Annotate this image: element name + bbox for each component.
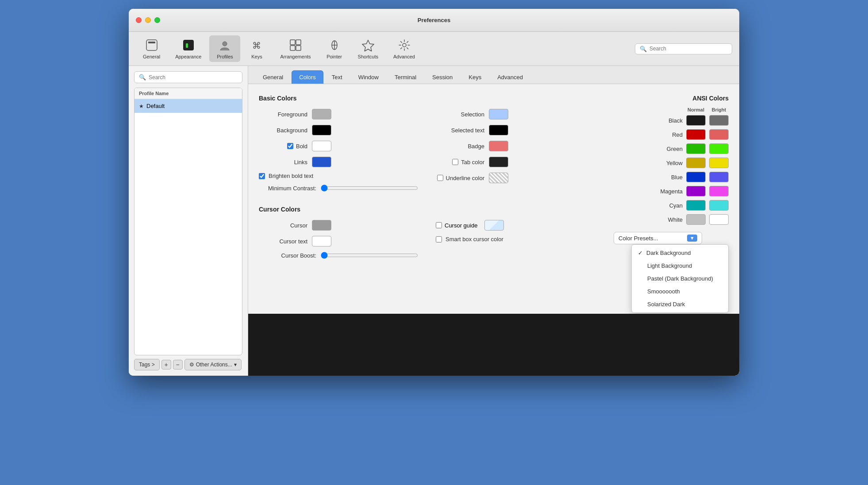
- maximize-button[interactable]: [154, 17, 160, 23]
- cursor-guide-swatch[interactable]: [484, 220, 504, 231]
- preset-dark-bg[interactable]: Dark Background: [632, 246, 728, 259]
- tab-window[interactable]: Window: [351, 70, 386, 84]
- ansi-row-magenta: Magenta: [614, 186, 729, 196]
- brighten-bold-checkbox[interactable]: [259, 173, 265, 179]
- panel-search-icon: 🔍: [139, 74, 146, 81]
- tab-session[interactable]: Session: [425, 70, 460, 84]
- ansi-normal-header: Normal: [686, 107, 706, 112]
- ansi-bright-black[interactable]: [709, 115, 729, 126]
- search-input[interactable]: [649, 46, 727, 52]
- left-colors-column: Basic Colors Foreground Background: [259, 95, 591, 264]
- tags-button[interactable]: Tags >: [134, 359, 160, 370]
- ansi-normal-white[interactable]: [686, 214, 706, 225]
- tabs-bar: General Colors Text Window Terminal Sess…: [248, 66, 739, 84]
- preset-solarized[interactable]: Solarized Dark: [632, 298, 728, 311]
- basic-colors-title: Basic Colors: [259, 95, 591, 102]
- toolbar-item-appearance[interactable]: Appearance: [168, 35, 208, 62]
- links-swatch[interactable]: [312, 157, 331, 167]
- preset-smooooooth[interactable]: Smooooooth: [632, 285, 728, 298]
- ansi-bright-cyan[interactable]: [709, 200, 729, 211]
- bold-swatch[interactable]: [312, 141, 331, 151]
- tab-color-swatch[interactable]: [489, 157, 508, 167]
- cursor-row: Cursor: [259, 220, 418, 231]
- svg-point-14: [403, 43, 406, 47]
- cursor-text-label: Cursor text: [259, 238, 307, 245]
- toolbar-item-keys[interactable]: ⌘ Keys: [241, 35, 272, 62]
- cursor-guide-checkbox[interactable]: [436, 222, 442, 228]
- selected-text-swatch[interactable]: [489, 125, 508, 135]
- shortcuts-icon: [361, 38, 375, 52]
- ansi-bright-blue[interactable]: [709, 172, 729, 182]
- ansi-row-white: White: [614, 214, 729, 225]
- toolbar-item-advanced[interactable]: Advanced: [386, 35, 422, 62]
- tab-general[interactable]: General: [255, 70, 291, 84]
- toolbar-advanced-label: Advanced: [393, 54, 415, 59]
- cursor-text-swatch[interactable]: [312, 236, 331, 246]
- preset-light-bg[interactable]: Light Background: [632, 259, 728, 272]
- min-contrast-slider[interactable]: [321, 185, 418, 192]
- badge-swatch[interactable]: [489, 141, 508, 151]
- ansi-normal-cyan[interactable]: [686, 200, 706, 211]
- ansi-bright-green[interactable]: [709, 143, 729, 154]
- toolbar-item-pointer[interactable]: Pointer: [319, 35, 350, 62]
- tab-terminal[interactable]: Terminal: [387, 70, 424, 84]
- close-button[interactable]: [136, 17, 142, 23]
- panel-search-input[interactable]: [149, 74, 238, 81]
- selection-swatch[interactable]: [489, 109, 508, 119]
- ansi-bright-magenta[interactable]: [709, 186, 729, 196]
- preferences-window: Preferences General Appearance Profiles: [129, 9, 739, 376]
- cursor-boost-slider[interactable]: [321, 252, 418, 259]
- remove-profile-button[interactable]: −: [173, 360, 183, 370]
- background-swatch[interactable]: [312, 125, 331, 135]
- color-presets-container: Color Presets... ▼ Dark Background Light…: [614, 232, 729, 244]
- ansi-normal-black[interactable]: [686, 115, 706, 126]
- brighten-bold-label: Brighten bold text: [269, 173, 313, 179]
- toolbar-item-general[interactable]: General: [136, 35, 167, 62]
- minimize-button[interactable]: [145, 17, 151, 23]
- smart-box-label: Smart box cursor color: [446, 236, 503, 242]
- foreground-swatch[interactable]: [312, 109, 331, 119]
- smart-box-checkbox[interactable]: [436, 236, 442, 242]
- basic-colors-right: Selection Selected text Badge: [436, 109, 508, 197]
- tab-colors[interactable]: Colors: [292, 70, 323, 84]
- ansi-normal-magenta[interactable]: [686, 186, 706, 196]
- cursor-text-row: Cursor text: [259, 236, 418, 246]
- preset-pastel[interactable]: Pastel (Dark Background): [632, 272, 728, 285]
- ansi-normal-yellow[interactable]: [686, 158, 706, 168]
- cursor-swatch[interactable]: [312, 220, 331, 231]
- toolbar-item-arrangements[interactable]: Arrangements: [273, 35, 318, 62]
- bold-label: Bold: [296, 143, 307, 150]
- ansi-bright-white[interactable]: [709, 214, 729, 225]
- ansi-label-white: White: [652, 216, 683, 223]
- links-label: Links: [259, 159, 307, 166]
- toolbar: General Appearance Profiles ⌘ Keys: [129, 32, 739, 66]
- bold-row: Bold: [259, 141, 418, 151]
- toolbar-item-profiles[interactable]: Profiles: [209, 35, 240, 62]
- ansi-bright-yellow[interactable]: [709, 158, 729, 168]
- ansi-normal-blue[interactable]: [686, 172, 706, 182]
- underline-color-swatch[interactable]: [489, 173, 508, 183]
- add-profile-button[interactable]: +: [161, 360, 171, 370]
- panel-search-box[interactable]: 🔍: [134, 71, 242, 83]
- bold-checkbox[interactable]: [287, 143, 293, 149]
- cursor-colors-title: Cursor Colors: [259, 206, 591, 213]
- ansi-normal-green[interactable]: [686, 143, 706, 154]
- ansi-bright-red[interactable]: [709, 129, 729, 140]
- tab-color-checkbox[interactable]: [452, 159, 458, 165]
- underline-color-checkbox[interactable]: [437, 175, 443, 181]
- svg-rect-2: [183, 40, 194, 50]
- basic-colors-left: Foreground Background: [259, 109, 418, 197]
- advanced-icon: [397, 38, 411, 52]
- ansi-colors-section: ANSI Colors Normal Bright Black Red Gree…: [614, 95, 729, 244]
- search-box[interactable]: 🔍: [635, 43, 732, 54]
- ansi-normal-red[interactable]: [686, 129, 706, 140]
- ansi-label-magenta: Magenta: [652, 188, 683, 195]
- tab-keys[interactable]: Keys: [461, 70, 489, 84]
- color-presets-button[interactable]: Color Presets... ▼: [614, 232, 702, 244]
- toolbar-item-shortcuts[interactable]: Shortcuts: [351, 35, 385, 62]
- toolbar-profiles-label: Profiles: [217, 54, 233, 59]
- other-actions-button[interactable]: ⚙ Other Actions... ▾: [184, 359, 242, 370]
- tab-text[interactable]: Text: [324, 70, 350, 84]
- tab-advanced[interactable]: Advanced: [490, 70, 530, 84]
- profile-item-default[interactable]: ★ Default: [134, 99, 242, 113]
